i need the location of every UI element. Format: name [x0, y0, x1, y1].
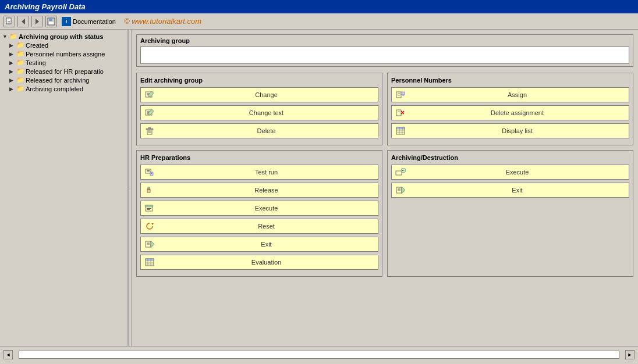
documentation-button[interactable]: i Documentation	[62, 17, 116, 26]
hr-preparations-title: HR Preparations	[140, 154, 378, 161]
watermark: © www.tutorialkart.com	[124, 17, 201, 26]
svg-point-42	[151, 173, 153, 174]
sidebar-item-personnel[interactable]: ▶ 📁 Personnel numbers assigne	[9, 49, 125, 58]
delete-button[interactable]: Delete	[140, 123, 378, 138]
svg-marker-4	[36, 19, 39, 24]
hr-preparations-section: HR Preparations Test run Release	[136, 150, 382, 277]
scroll-left-icon[interactable]: ◄	[3, 350, 13, 359]
save-icon[interactable]	[45, 16, 57, 27]
svg-point-45	[148, 188, 149, 189]
delete-assignment-icon	[395, 108, 406, 117]
svg-rect-48	[147, 208, 151, 209]
reset-button[interactable]: Reset	[140, 219, 378, 234]
svg-rect-6	[49, 18, 52, 21]
arch-execute-icon	[395, 167, 406, 177]
hr-exit-button[interactable]: Exit	[140, 237, 378, 252]
arch-exit-icon	[395, 185, 406, 195]
archiving-group-section: Archiving group	[136, 34, 633, 67]
svg-rect-56	[146, 259, 154, 260]
hr-execute-icon	[144, 204, 155, 213]
arch-execute-button[interactable]: Execute	[391, 165, 629, 180]
svg-rect-33	[396, 127, 405, 129]
svg-marker-54	[151, 241, 154, 248]
reset-button-label: Reset	[158, 223, 374, 230]
folder-icon-4: 📁	[16, 67, 24, 75]
folder-icon-2: 📁	[16, 50, 24, 58]
folder-icon-1: 📁	[16, 41, 24, 49]
personnel-numbers-title: Personnel Numbers	[391, 77, 629, 84]
svg-rect-47	[146, 205, 153, 207]
folder-icon-5: 📁	[16, 76, 24, 84]
hr-execute-button[interactable]: Execute	[140, 201, 378, 216]
sidebar-item-hr-prep[interactable]: ▶ 📁 Released for HR preparatio	[9, 67, 125, 76]
forward-icon[interactable]	[31, 16, 43, 27]
scroll-right-icon[interactable]: ►	[625, 350, 635, 359]
tree-child-arrow-2: ▶	[9, 51, 15, 57]
svg-rect-39	[147, 170, 150, 171]
personnel-numbers-section: Personnel Numbers Assign Delete assignme…	[387, 73, 633, 145]
sections-row-bottom: HR Preparations Test run Release	[136, 150, 633, 277]
svg-rect-25	[398, 95, 400, 95]
main-container: ▼ 📁 Archiving group with status ▶ 📁 Crea…	[0, 30, 638, 346]
evaluation-button-label: Evaluation	[158, 259, 374, 266]
svg-rect-18	[146, 129, 153, 130]
change-text-button[interactable]: Change text	[140, 105, 378, 120]
new-icon[interactable]	[3, 16, 15, 27]
back-icon[interactable]	[17, 16, 29, 27]
tree-child-arrow-6: ▶	[9, 86, 15, 92]
tree-child-arrow-3: ▶	[9, 60, 15, 66]
test-run-icon	[144, 167, 155, 177]
svg-rect-26	[401, 92, 405, 95]
hr-exit-button-label: Exit	[158, 241, 374, 248]
delete-assignment-button-label: Delete assignment	[409, 109, 625, 116]
svg-rect-2	[8, 23, 10, 23]
evaluation-button[interactable]: Evaluation	[140, 255, 378, 270]
archiving-destruction-section: Archiving/Destruction Execute Exit	[387, 150, 633, 277]
svg-rect-29	[398, 112, 400, 112]
display-list-button[interactable]: Display list	[391, 123, 629, 138]
display-list-button-label: Display list	[409, 127, 625, 134]
svg-rect-1	[8, 22, 10, 22]
arch-execute-button-label: Execute	[409, 169, 625, 176]
horizontal-scrollbar[interactable]	[19, 351, 619, 359]
change-button-label: Change	[158, 91, 374, 98]
archiving-group-title: Archiving group	[140, 37, 629, 44]
change-icon	[144, 90, 155, 99]
arch-exit-button[interactable]: Exit	[391, 183, 629, 198]
sidebar-item-created[interactable]: ▶ 📁 Created	[9, 41, 125, 49]
svg-rect-24	[398, 94, 400, 94]
svg-rect-40	[147, 172, 150, 172]
change-text-icon	[144, 108, 155, 117]
edit-group-section: Edit archiving group Change Change text	[136, 73, 382, 145]
sidebar-item-completed-label: Archiving completed	[26, 85, 83, 92]
sidebar-item-hr-prep-label: Released for HR preparatio	[26, 68, 104, 75]
folder-icon-6: 📁	[16, 85, 24, 92]
release-button-label: Release	[158, 187, 374, 194]
release-button[interactable]: Release	[140, 183, 378, 198]
doc-label: Documentation	[73, 18, 116, 25]
folder-icon-3: 📁	[16, 59, 24, 66]
archiving-destruction-title: Archiving/Destruction	[391, 154, 629, 161]
delete-assignment-button[interactable]: Delete assignment	[391, 105, 629, 120]
sidebar-item-testing[interactable]: ▶ 📁 Testing	[9, 58, 125, 67]
sidebar-item-released[interactable]: ▶ 📁 Released for archiving	[9, 76, 125, 84]
sidebar-item-completed[interactable]: ▶ 📁 Archiving completed	[9, 84, 125, 93]
tree-root[interactable]: ▼ 📁 Archiving group with status	[2, 32, 125, 41]
assign-button[interactable]: Assign	[391, 87, 629, 102]
sidebar: ▼ 📁 Archiving group with status ▶ 📁 Crea…	[0, 30, 128, 346]
arch-exit-button-label: Exit	[409, 187, 625, 194]
svg-rect-28	[396, 110, 401, 116]
test-run-button[interactable]: Test run	[140, 165, 378, 180]
evaluation-icon	[144, 258, 155, 267]
tree-child-arrow-4: ▶	[9, 69, 15, 74]
sidebar-item-personnel-label: Personnel numbers assigne	[26, 51, 105, 58]
info-icon: i	[62, 17, 71, 26]
svg-rect-61	[396, 171, 402, 175]
edit-group-title: Edit archiving group	[140, 77, 378, 84]
archiving-group-input[interactable]	[140, 47, 629, 64]
toolbar: i Documentation © www.tutorialkart.com	[0, 13, 638, 30]
tree-child-arrow-1: ▶	[9, 42, 15, 48]
title-bar: Archiving Payroll Data	[0, 0, 638, 13]
change-button[interactable]: Change	[140, 87, 378, 102]
release-icon	[144, 185, 155, 195]
